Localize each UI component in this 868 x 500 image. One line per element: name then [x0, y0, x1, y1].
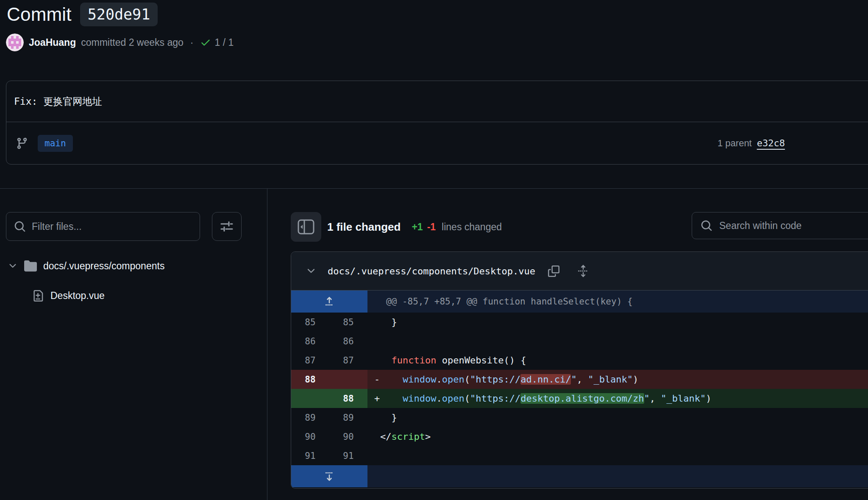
- file-collapse-chevron[interactable]: [306, 265, 317, 277]
- expand-up-icon: [323, 295, 336, 308]
- line-number-new[interactable]: 89: [329, 408, 367, 427]
- chevron-down-icon[interactable]: [8, 261, 18, 271]
- collapse-sidebar-button[interactable]: [291, 212, 321, 242]
- diff-marker: +: [367, 393, 380, 404]
- search-icon: [701, 220, 712, 232]
- line-number-new[interactable]: 87: [329, 351, 367, 370]
- commit-box: Fix: 更换官网地址 main 1 parent e32c8: [6, 81, 868, 165]
- author-name[interactable]: JoaHuang: [29, 37, 76, 48]
- diff-marker: -: [367, 374, 380, 385]
- code-line: + window.open("https://desktop.alistgo.c…: [367, 389, 868, 408]
- diff-row: 8787 function openWebsite() {: [291, 351, 868, 370]
- panel-collapse-icon: [298, 219, 314, 235]
- diff-card: docs/.vuepress/components/Desktop.vue @@…: [291, 251, 868, 489]
- commit-action-text: committed 2 weeks ago: [81, 37, 184, 48]
- checks-status[interactable]: 1 / 1: [200, 37, 234, 48]
- line-number-old[interactable]: [291, 389, 329, 408]
- diff-row: 88+ window.open("https://desktop.alistgo…: [291, 389, 868, 408]
- check-icon: [200, 37, 211, 48]
- sidebar-item-folder[interactable]: docs/.vuepress/components: [8, 254, 164, 277]
- page-title: Commit 520de91: [7, 3, 158, 26]
- parent-label: 1 parent: [718, 138, 752, 149]
- line-number-old[interactable]: 89: [291, 408, 329, 427]
- line-number-new[interactable]: 90: [329, 427, 367, 446]
- code-line: }: [367, 313, 868, 332]
- commit-message-row: Fix: 更换官网地址: [6, 81, 868, 122]
- diff-row: 8585 }: [291, 313, 868, 332]
- line-number-new[interactable]: 91: [329, 446, 367, 465]
- expand-bottom-filler: [367, 465, 386, 487]
- expand-down-button[interactable]: [291, 465, 367, 487]
- copy-icon: [548, 265, 559, 277]
- code-text: function openWebsite() {: [380, 351, 526, 370]
- hunk-header-text: @@ -85,7 +85,7 @@ function handleSelect(…: [367, 291, 633, 313]
- sidebar-item-file[interactable]: Desktop.vue: [32, 284, 105, 307]
- folder-icon: [24, 260, 37, 272]
- branch-row: main 1 parent e32c8: [6, 122, 868, 164]
- commit-title-label: Commit: [7, 4, 72, 25]
- commit-sha-chip: 520de91: [80, 3, 158, 26]
- expand-all-button[interactable]: [577, 265, 589, 277]
- diff-row: 9191: [291, 446, 868, 465]
- commit-author-row: JoaHuang committed 2 weeks ago · 1 / 1: [6, 33, 234, 52]
- line-number-new[interactable]: 88: [329, 389, 367, 408]
- sidebar-divider: [267, 189, 267, 500]
- diff-stats: 1 file changed +1 -1 lines changed: [327, 212, 502, 242]
- parent-info: 1 parent e32c8: [718, 122, 785, 164]
- expand-up-button[interactable]: [291, 291, 367, 313]
- line-number-old[interactable]: 88: [291, 370, 329, 389]
- avatar[interactable]: [6, 34, 24, 51]
- commit-message: Fix: 更换官网地址: [14, 95, 102, 108]
- additions-count: +1: [412, 221, 423, 233]
- sliders-icon: [220, 220, 234, 233]
- diff-filename[interactable]: docs/.vuepress/components/Desktop.vue: [328, 266, 535, 277]
- lines-changed-label: lines changed: [442, 221, 502, 233]
- unfold-icon: [577, 265, 589, 277]
- file-label: Desktop.vue: [50, 290, 105, 302]
- code-line: }: [367, 408, 868, 427]
- chevron-down-icon: [306, 265, 317, 277]
- git-branch-icon: [16, 137, 28, 150]
- line-number-old[interactable]: 90: [291, 427, 329, 446]
- copy-path-button[interactable]: [548, 265, 559, 277]
- horizontal-divider: [0, 188, 868, 189]
- hunk-header-row: @@ -85,7 +85,7 @@ function handleSelect(…: [291, 291, 868, 313]
- code-line: - window.open("https://ad.nn.ci/", "_bla…: [367, 370, 868, 389]
- code-text: }: [380, 313, 397, 332]
- code-text: </script>: [380, 427, 431, 446]
- diff-rows: 8585 }86868787 function openWebsite() {8…: [291, 313, 868, 465]
- files-changed-label: 1 file changed: [327, 221, 401, 234]
- code-text: }: [380, 408, 397, 427]
- code-text: window.open("https://desktop.alistgo.com…: [380, 389, 712, 408]
- expand-bottom-row: [291, 465, 868, 487]
- line-number-new[interactable]: [329, 370, 367, 389]
- diff-row: 88- window.open("https://ad.nn.ci/", "_b…: [291, 370, 868, 389]
- expand-down-icon: [323, 470, 336, 483]
- code-line: </script>: [367, 427, 868, 446]
- file-tree-options-button[interactable]: [212, 212, 242, 241]
- search-within-code-box: [692, 212, 868, 239]
- line-number-old[interactable]: 87: [291, 351, 329, 370]
- search-within-code-input[interactable]: [719, 220, 868, 232]
- dot-separator: ·: [190, 37, 194, 48]
- diff-file-header: docs/.vuepress/components/Desktop.vue: [291, 252, 868, 291]
- line-number-new[interactable]: 86: [329, 332, 367, 351]
- code-line: [367, 332, 868, 351]
- folder-label: docs/.vuepress/components: [43, 260, 164, 272]
- code-line: [367, 446, 868, 465]
- parent-sha-link[interactable]: e32c8: [757, 138, 785, 148]
- checks-count: 1 / 1: [214, 37, 234, 48]
- code-line: function openWebsite() {: [367, 351, 868, 370]
- diff-row: 9090</script>: [291, 427, 868, 446]
- filter-files-input[interactable]: [32, 221, 200, 232]
- line-number-new[interactable]: 85: [329, 313, 367, 332]
- search-icon: [14, 221, 26, 232]
- filter-files-box: [6, 212, 200, 241]
- line-number-old[interactable]: 85: [291, 313, 329, 332]
- diff-row: 8989 }: [291, 408, 868, 427]
- file-diff-icon: [32, 290, 44, 302]
- line-number-old[interactable]: 91: [291, 446, 329, 465]
- code-text: window.open("https://ad.nn.ci/", "_blank…: [380, 370, 638, 389]
- branch-badge[interactable]: main: [38, 135, 73, 152]
- line-number-old[interactable]: 86: [291, 332, 329, 351]
